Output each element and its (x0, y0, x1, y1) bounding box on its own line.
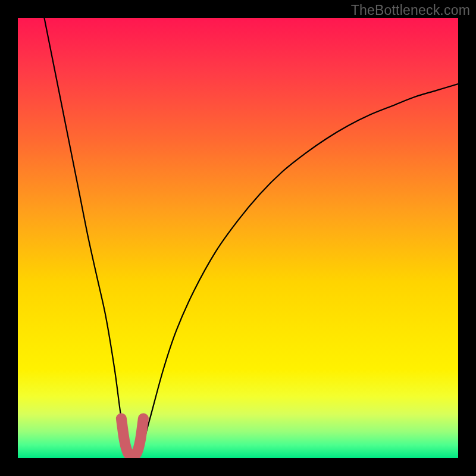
bottleneck-chart (18, 18, 458, 458)
chart-frame: TheBottleneck.com (0, 0, 476, 476)
plot-area (18, 18, 458, 458)
gradient-background (18, 18, 458, 458)
watermark-text: TheBottleneck.com (351, 2, 470, 18)
